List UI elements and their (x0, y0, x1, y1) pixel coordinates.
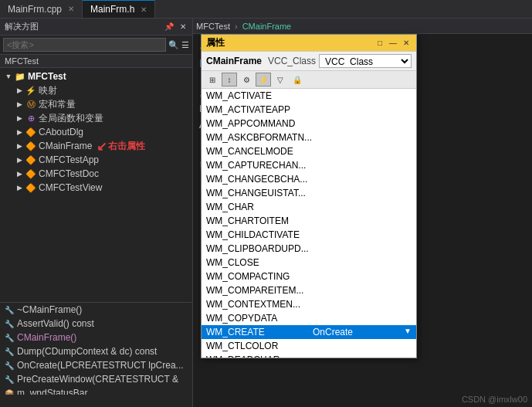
member-dump-icon: 🔧 (5, 348, 14, 356)
prop-title: 属性 (206, 36, 225, 49)
CMFCTestDoc-arrow: ▶ (14, 170, 25, 178)
member-assertvalid[interactable]: 🔧 AssertValid() const (0, 317, 192, 331)
wm-WM_COMPAREITEM[interactable]: WM_COMPAREITEM... (202, 283, 416, 297)
tab-cpp-label: MainFrm.cpp (8, 4, 62, 15)
wm-WM_CHARTOITEM[interactable]: WM_CHARTOITEM (202, 214, 416, 228)
映射-arrow: ▶ (14, 86, 25, 94)
tree-item-映射[interactable]: ▶ ⚡ 映射 (0, 83, 192, 97)
wm-WM_CHAR[interactable]: WM_CHAR (202, 200, 416, 214)
tab-mainfrm-cpp[interactable]: MainFrm.cpp ✕ (0, 0, 83, 18)
macros-label: 宏和常量 (39, 98, 76, 111)
member-precreate[interactable]: 🔧 PreCreateWindow(CREATESTRUCT & (0, 372, 192, 386)
CMainFrame-arrow: ▶ (14, 142, 25, 150)
wm-WM_CHANGEUISTATE[interactable]: WM_CHANGEUISTAT... (202, 186, 416, 200)
CAboutDlg-icon: 🔶 (25, 126, 37, 138)
root-arrow: ▼ (3, 73, 14, 80)
CMainFrame-label: CMainFrame (39, 141, 92, 151)
prop-close-btn[interactable]: ✕ (401, 38, 412, 49)
panel-title: 解决方图 (5, 21, 39, 32)
member-dump[interactable]: 🔧 Dump(CDumpContext & dc) const (0, 344, 192, 358)
wm-WM_APPCOMMAND[interactable]: WM_APPCOMMAND (202, 117, 416, 131)
wm-WM_CAPTURECHANGED[interactable]: WM_CAPTURECHAN... (202, 158, 416, 172)
main-area: 解决方图 📌 ✕ 🔍 ☰ MFCTest ▼ 📁 MFCTest (0, 19, 532, 407)
CMFCTestView-arrow: ▶ (14, 184, 25, 192)
CMFCTestApp-label: CMFCTestApp (39, 154, 99, 165)
tree-item-macros[interactable]: ▶ Ⓜ 宏和常量 (0, 97, 192, 111)
member-precreate-label: PreCreateWindow(CREATESTRUCT & (17, 374, 178, 385)
wm-WM_CLIPBOARDUPDATE[interactable]: WM_CLIPBOARDUPD... (202, 242, 416, 256)
tree-item-CAboutDlg[interactable]: ▶ 🔶 CAboutDlg (0, 125, 192, 139)
wm-WM_ACTIVATEAPP[interactable]: WM_ACTIVATEAPP (202, 103, 416, 117)
wm-WM_CTLCOLOR[interactable]: WM_CTLCOLOR (202, 339, 416, 353)
映射-icon: ⚡ (25, 84, 37, 97)
search-icon[interactable]: 🔍 (168, 40, 179, 50)
search-input[interactable] (3, 38, 166, 52)
tab-h-label: MainFrm.h (90, 4, 134, 15)
close-panel-icon[interactable]: ✕ (178, 22, 188, 32)
member-dump-label: Dump(CDumpContext & dc) const (17, 346, 157, 357)
member-precreate-icon: 🔧 (5, 375, 14, 384)
wm-WM_ACTIVATE[interactable]: WM_ACTIVATE (202, 89, 416, 103)
pin-icon[interactable]: 📌 (163, 22, 175, 32)
root-icon: 📁 (14, 70, 26, 83)
tree-view[interactable]: ▼ 📁 MFCTest ▶ ⚡ 映射 ▶ Ⓜ 宏和常量 ▶ (0, 68, 192, 302)
CMainFrame-arrow-annotation: ↙ (97, 139, 107, 154)
wm-WM_CREATE[interactable]: WM_CREATE OnCreate ▼ (202, 325, 416, 339)
member-list: 🔧 ~CMainFrame() 🔧 AssertValid() const 🔧 … (0, 302, 192, 395)
prop-sort-btn[interactable]: ↕ (222, 73, 237, 86)
search-menu-icon[interactable]: ☰ (181, 40, 189, 50)
prop-lock-btn[interactable]: 🔒 (290, 73, 305, 86)
wm-WM_DEADCHAR[interactable]: WM_DEADCHAR (202, 353, 416, 358)
prop-grid-btn[interactable]: ⊞ (205, 73, 220, 86)
tab-cpp-close[interactable]: ✕ (68, 5, 74, 13)
tree-item-CMFCTestDoc[interactable]: ▶ 🔶 CMFCTestDoc (0, 167, 192, 181)
tree-item-CMainFrame[interactable]: ▶ 🔶 CMainFrame ↙ 右击属性 (0, 139, 192, 153)
wm-WM_CLOSE[interactable]: WM_CLOSE (202, 256, 416, 270)
member-destructor[interactable]: 🔧 ~CMainFrame() (0, 303, 192, 317)
tree-item-globals[interactable]: ▶ ⊕ 全局函数和变量 (0, 111, 192, 125)
prop-class-select[interactable]: VCC_Class (319, 54, 412, 68)
prop-list[interactable]: WM_ACTIVATE WM_ACTIVATEAPP WM_APPCOMMAND… (202, 89, 416, 358)
prop-properties-btn[interactable]: ⚙ (239, 73, 254, 86)
panel-header: 解决方图 📌 ✕ (0, 19, 192, 36)
prop-events-btn[interactable]: ⚡ (256, 73, 271, 86)
CMFCTestDoc-icon: 🔶 (25, 168, 37, 180)
wm-create-dropdown[interactable]: ▼ (404, 327, 412, 335)
macros-icon: Ⓜ (25, 98, 37, 110)
prop-class-suffix: VCC_Class (268, 56, 316, 66)
CMFCTestDoc-label: CMFCTestDoc (39, 168, 99, 179)
wm-WM_ASKCBFORMATNAME[interactable]: WM_ASKCBFORMATN... (202, 131, 416, 144)
panel-icons: 📌 ✕ (163, 22, 188, 32)
tab-mainfrm-h[interactable]: MainFrm.h ✕ (83, 0, 155, 18)
member-oncreate-label: OnCreate(LPCREATE​STRUCT lpCrea... (17, 360, 184, 371)
映射-label: 映射 (39, 84, 57, 97)
wm-WM_COPYDATA[interactable]: WM_COPYDATA (202, 311, 416, 325)
project-breadcrumb: MFCTest (196, 22, 230, 31)
prop-title-bar: 属性 □ — ✕ (202, 35, 416, 52)
prop-class-row: CMainFrame VCC_Class VCC_Class (202, 52, 416, 71)
wm-WM_CHILDACTIVATE[interactable]: WM_CHILDACTIVATE (202, 228, 416, 242)
tree-item-CMFCTestView[interactable]: ▶ 🔶 CMFCTestView (0, 181, 192, 195)
wm-WM_CONTEXTMENU[interactable]: WM_CONTEXTMEN... (202, 297, 416, 311)
breadcrumb-text: MFCTest (5, 56, 39, 66)
prop-restore-btn[interactable]: — (388, 38, 398, 49)
member-statusbar-label: m_wndStatusBar (17, 388, 87, 395)
CAboutDlg-label: CAboutDlg (39, 127, 83, 137)
member-constructor-label: CMainFrame() (17, 332, 76, 343)
wm-WM_CANCELMODE[interactable]: WM_CANCELMODE (202, 144, 416, 158)
member-constructor[interactable]: 🔧 CMainFrame() (0, 331, 192, 344)
wm-WM_CHANGECBCHAIN[interactable]: WM_CHANGECBCHA... (202, 172, 416, 186)
right-click-annotation: 右击属性 (108, 140, 145, 153)
member-oncreate[interactable]: 🔧 OnCreate(LPCREATE​STRUCT lpCrea... (0, 358, 192, 372)
prop-filter-btn[interactable]: ▽ (273, 73, 288, 86)
wm-WM_COMPACTING[interactable]: WM_COMPACTING (202, 270, 416, 283)
tree-item-CMFCTestApp[interactable]: ▶ 🔶 CMFCTestApp (0, 153, 192, 167)
tree-root[interactable]: ▼ 📁 MFCTest (0, 70, 192, 83)
globals-label: 全局函数和变量 (39, 112, 103, 125)
tab-h-close[interactable]: ✕ (141, 5, 147, 14)
CAboutDlg-arrow: ▶ (14, 128, 25, 136)
prop-minimize-btn[interactable]: □ (374, 38, 385, 49)
breadcrumb: MFCTest (0, 55, 192, 68)
prop-toolbar: ⊞ ↕ ⚙ ⚡ ▽ 🔒 (202, 71, 416, 89)
member-statusbar[interactable]: 📦 m_wndStatusBar (0, 386, 192, 395)
